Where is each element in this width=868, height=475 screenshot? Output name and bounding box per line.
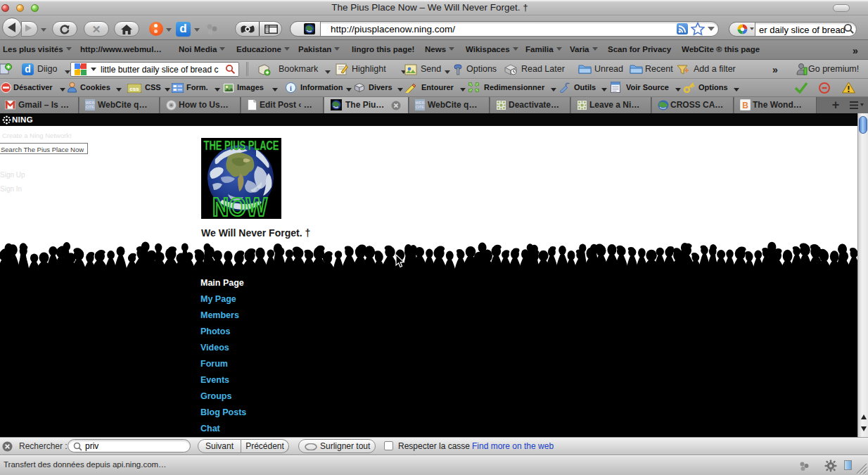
svg-text:css: css xyxy=(129,86,139,92)
svg-text:NOW: NOW xyxy=(212,193,267,219)
svg-text:THE PIUS PLACE: THE PIUS PLACE xyxy=(204,139,279,153)
svg-text:B: B xyxy=(742,101,748,110)
svg-text:i: i xyxy=(290,84,292,92)
svg-text:CITE: CITE xyxy=(86,105,95,109)
svg-text:CITE: CITE xyxy=(416,105,425,109)
